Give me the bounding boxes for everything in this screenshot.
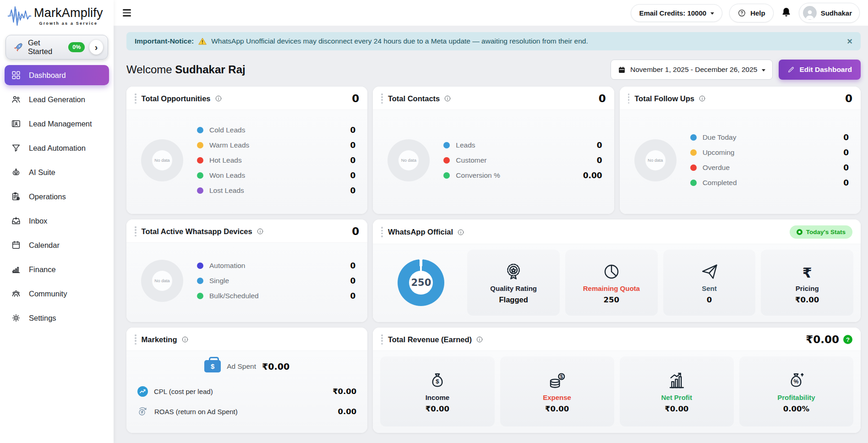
sidebar-item-label: Lead Automation — [29, 144, 86, 153]
sidebar-item-community[interactable]: Community — [5, 284, 109, 304]
card-title: Total Contacts — [388, 94, 440, 103]
ad-spent-block: $ Ad Spent ₹0.00 — [137, 360, 356, 372]
close-icon[interactable]: × — [847, 37, 852, 46]
sidebar-item-dashboard[interactable]: Dashboard — [5, 65, 109, 85]
email-credits-button[interactable]: Email Credits: 10000 — [631, 4, 722, 22]
inbox-icon — [11, 216, 21, 226]
legend-row: Due Today 0 — [690, 133, 849, 142]
notifications-bell-icon[interactable] — [781, 7, 792, 19]
sidebar-item-lead-management[interactable]: Lead Management — [5, 114, 109, 134]
sidebar-item-inbox[interactable]: Inbox — [5, 211, 109, 231]
hamburger-menu-icon[interactable] — [121, 7, 133, 18]
card-header: Total Opportunities 0 — [126, 87, 367, 109]
sidebar-item-label: Lead Management — [29, 120, 92, 128]
expense-tile: $ Expense ₹0.00 — [500, 356, 614, 427]
sidebar-item-lead-automation[interactable]: Lead Automation — [5, 138, 109, 158]
legend-dot — [443, 142, 450, 148]
info-icon[interactable] — [699, 95, 706, 102]
drag-handle-icon[interactable] — [381, 93, 384, 104]
pencil-icon — [787, 66, 795, 73]
card-total-value: 0 — [352, 225, 359, 237]
sidebar-item-lead-generation[interactable]: Lead Generation — [5, 89, 109, 109]
briefcase-dollar-icon: $ — [204, 360, 221, 372]
community-icon — [11, 289, 21, 299]
legend-row: Bulk/Scheduled 0 — [197, 291, 355, 301]
no-data-donut-chart: No data — [388, 139, 430, 181]
legend-row: Single 0 — [197, 276, 355, 285]
sidebar-item-calendar[interactable]: Calendar — [5, 235, 109, 255]
pie-chart-icon — [602, 261, 621, 281]
svg-text:$: $ — [560, 373, 563, 379]
whatsapp-official-card: WhatsApp Official Today's Stats 250 — [373, 219, 861, 322]
cpl-row: CPL (cost per lead) ₹0.00 — [137, 382, 356, 401]
waveform-logo-icon — [6, 5, 32, 27]
info-icon[interactable] — [257, 228, 264, 235]
quota-donut-wrap: 250 — [380, 250, 462, 316]
edit-dashboard-button[interactable]: Edit Dashboard — [779, 60, 861, 80]
welcome-user-name: Sudhakar Raj — [175, 63, 245, 76]
card-title: Total Opportunities — [142, 94, 211, 103]
revenue-header-right: ₹0.00 ? — [806, 334, 852, 345]
brand-logo[interactable]: MarkAmplify Growth as a Service — [0, 0, 114, 29]
total-follow-ups-card: Total Follow Ups 0 No data Due Today — [620, 87, 861, 214]
caret-down-icon — [762, 69, 765, 71]
get-started-button[interactable]: Get Started 0% › — [5, 35, 108, 60]
legend-row: Lost Leads 0 — [197, 186, 355, 195]
legend-row: Completed 0 — [690, 178, 849, 187]
card-header: Total Contacts 0 — [373, 87, 614, 109]
funnel-icon — [11, 143, 21, 153]
help-question-icon[interactable]: ? — [843, 335, 852, 344]
dashboard-content: Important-Notice: WhatsApp Unofficial de… — [114, 26, 868, 443]
info-icon[interactable] — [444, 95, 451, 102]
avatar — [803, 6, 817, 20]
notice-prefix: Important-Notice: — [135, 37, 194, 45]
welcome-prefix: Welcome — [126, 63, 172, 76]
ad-spent-value: ₹0.00 — [262, 361, 289, 372]
info-icon[interactable] — [181, 336, 189, 343]
sidebar-item-finance[interactable]: Finance — [5, 259, 109, 279]
help-label: Help — [750, 9, 765, 17]
card-body: No data Automation 0 Single 0 — [126, 242, 367, 322]
legend: Cold Leads 0 Warm Leads 0 Hot Leads — [197, 126, 355, 195]
date-range-value: November 1, 2025 - December 26, 2025 — [630, 66, 757, 74]
sidebar-item-label: Finance — [29, 265, 56, 274]
card-body: No data Due Today 0 Upcoming 0 — [620, 109, 861, 214]
brand-tagline: Growth as a Service — [34, 21, 103, 26]
legend-dot — [197, 127, 203, 133]
sidebar-item-ai-suite[interactable]: AI Suite — [5, 162, 109, 182]
remaining-quota-tile: Remaining Quota 250 — [565, 250, 658, 316]
help-button[interactable]: Help — [729, 4, 774, 22]
calendar-icon — [618, 66, 626, 74]
chevron-right-icon[interactable]: › — [89, 40, 103, 55]
legend-dot — [197, 157, 203, 164]
card-body: 250 Q — [373, 244, 861, 322]
legend-row: Leads 0 — [443, 141, 602, 150]
sidebar-item-label: Operations — [29, 192, 66, 201]
quota-donut-chart: 250 — [398, 259, 444, 306]
card-title: Total Revenue (Earned) — [388, 335, 472, 344]
tile-value: ₹0.00 — [665, 405, 688, 413]
info-icon[interactable] — [476, 336, 483, 343]
tile-value: 250 — [604, 295, 619, 304]
drag-handle-icon[interactable] — [381, 334, 384, 345]
sidebar-item-settings[interactable]: Settings — [5, 308, 109, 328]
net-profit-tile: Net Profit ₹0.00 — [620, 356, 734, 427]
warning-icon — [198, 37, 207, 46]
legend-dot — [690, 134, 697, 141]
quality-rating-tile: Quality Rating Flagged — [467, 250, 560, 316]
drag-handle-icon[interactable] — [135, 225, 137, 237]
legend-row: Warm Leads 0 — [197, 141, 355, 150]
drag-handle-icon[interactable] — [135, 334, 137, 345]
drag-handle-icon[interactable] — [628, 93, 631, 104]
award-badge-icon — [504, 261, 523, 281]
drag-handle-icon[interactable] — [135, 93, 137, 104]
drag-handle-icon[interactable] — [381, 226, 384, 238]
sidebar-item-operations[interactable]: Operations — [5, 186, 109, 207]
brand-name: MarkAmplify — [34, 7, 103, 19]
date-range-picker[interactable]: November 1, 2025 - December 26, 2025 — [611, 60, 773, 80]
info-icon[interactable] — [457, 229, 464, 236]
card-body: No data Leads 0 Customer 0 — [373, 109, 614, 214]
svg-text:$: $ — [436, 378, 439, 385]
user-menu-button[interactable]: Sudhakar — [799, 3, 860, 23]
info-icon[interactable] — [215, 95, 222, 102]
